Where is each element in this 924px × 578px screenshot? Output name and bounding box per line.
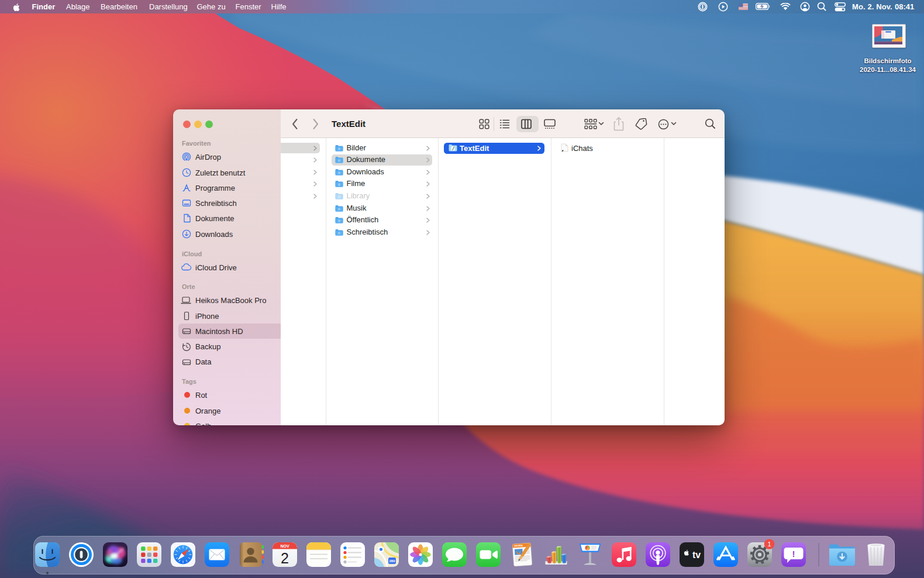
svg-text:!: ! xyxy=(792,549,795,559)
svg-text:tv: tv xyxy=(692,550,701,560)
svg-text:NOV: NOV xyxy=(280,544,289,548)
svg-text:1: 1 xyxy=(767,541,771,548)
svg-text:PAGES: PAGES xyxy=(514,544,523,548)
svg-text:280: 280 xyxy=(389,559,395,563)
svg-text:2: 2 xyxy=(281,550,289,566)
